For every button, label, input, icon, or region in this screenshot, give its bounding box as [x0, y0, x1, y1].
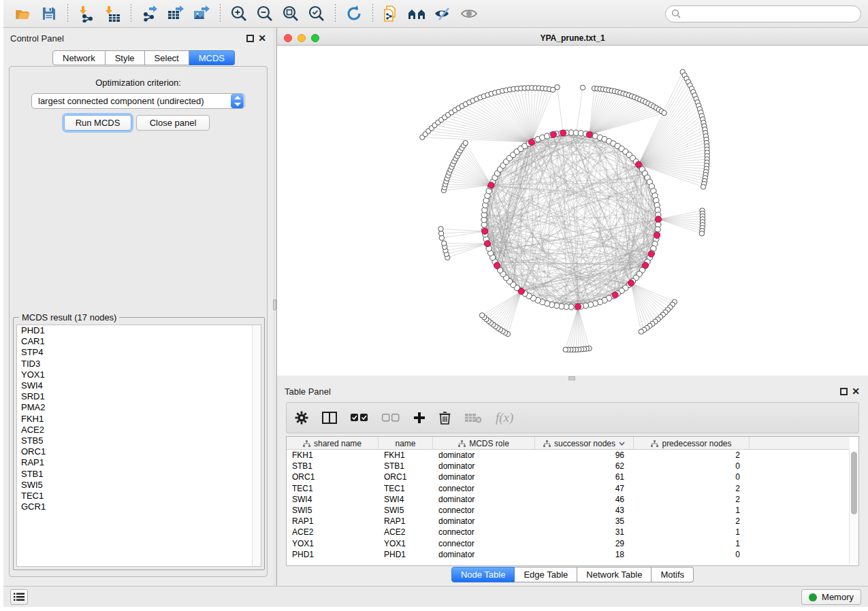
export-table-button[interactable]	[165, 3, 186, 24]
zoom-in-button[interactable]	[229, 3, 249, 24]
mcds-result-item[interactable]: ACE2	[17, 425, 261, 435]
mcds-result-item[interactable]: YOX1	[17, 369, 261, 380]
network-leaf-node[interactable]	[580, 85, 585, 90]
mcds-result-item[interactable]: PHD1	[17, 325, 261, 336]
table-row[interactable]: ORC1ORC1dominator610	[287, 472, 850, 482]
mcds-result-item[interactable]: SWI4	[17, 380, 261, 391]
mcds-hub-node[interactable]	[484, 241, 490, 247]
mcds-result-item[interactable]: RAP1	[17, 457, 261, 468]
network-leaf-node[interactable]	[563, 347, 568, 352]
mcds-result-item[interactable]: STB1	[17, 469, 261, 480]
horizontal-splitter-handle[interactable]	[568, 376, 575, 380]
save-session-button[interactable]	[39, 3, 59, 24]
table-row[interactable]: TEC1TEC1connector472	[287, 483, 850, 494]
create-column-button[interactable]	[413, 412, 425, 424]
tab-style[interactable]: Style	[106, 50, 145, 65]
delete-column-button[interactable]	[439, 411, 451, 425]
export-network-button[interactable]	[140, 3, 160, 24]
network-canvas[interactable]	[277, 46, 868, 376]
table-row[interactable]: PHD1PHD1dominator180	[287, 549, 850, 560]
new-network-from-selection-button[interactable]	[381, 3, 402, 24]
mcds-result-item[interactable]: PMA2	[17, 402, 261, 413]
close-panel-button[interactable]: Close panel	[136, 115, 210, 131]
import-network-button[interactable]	[76, 3, 97, 24]
table-row[interactable]: RAP1RAP1dominator352	[287, 516, 850, 527]
optimization-criterion-select[interactable]: largest connected component (undirected)	[31, 93, 245, 109]
mcds-result-item[interactable]: TEC1	[17, 491, 261, 501]
mcds-result-item[interactable]: FKH1	[17, 414, 261, 425]
network-leaf-node[interactable]	[662, 110, 666, 115]
network-leaf-node[interactable]	[701, 184, 705, 189]
zoom-out-button[interactable]	[255, 3, 275, 24]
table-scrollbar[interactable]	[849, 450, 858, 565]
mcds-result-item[interactable]: SRD1	[17, 391, 261, 402]
table-settings-button[interactable]	[295, 411, 308, 425]
mcds-hub-node[interactable]	[586, 131, 592, 137]
column-header-predecessor-nodes[interactable]: predecessor nodes	[634, 437, 750, 450]
tab-network-table[interactable]: Network Table	[577, 567, 652, 582]
import-table-button[interactable]	[102, 3, 123, 24]
table-row[interactable]: SWI5SWI5connector431	[287, 505, 850, 516]
refresh-button[interactable]	[344, 3, 364, 24]
mcds-hub-node[interactable]	[575, 303, 581, 310]
tab-network[interactable]: Network	[52, 50, 106, 65]
open-file-button[interactable]	[13, 3, 33, 24]
delete-table-button[interactable]	[464, 412, 482, 423]
function-builder-button[interactable]: f(x)	[496, 410, 513, 425]
show-all-button[interactable]	[459, 3, 479, 24]
network-leaf-node[interactable]	[479, 313, 484, 318]
mcds-result-list[interactable]: PHD1CAR1STP4TID3YOX1SWI4SRD1PMA2FKH1ACE2…	[16, 325, 261, 567]
tab-mcds[interactable]: MCDS	[189, 50, 235, 65]
mcds-hub-node[interactable]	[551, 131, 557, 137]
mcds-hub-node[interactable]	[612, 292, 618, 298]
mcds-hub-node[interactable]	[560, 130, 566, 136]
mcds-list-scrollbar[interactable]	[252, 325, 261, 566]
run-mcds-button[interactable]: Run MCDS	[64, 115, 131, 131]
float-panel-icon[interactable]	[840, 388, 848, 395]
memory-button[interactable]: Memory	[801, 589, 861, 605]
float-panel-icon[interactable]	[246, 35, 254, 42]
column-header-name[interactable]: name	[379, 437, 433, 450]
mcds-result-item[interactable]: ORC1	[17, 446, 261, 457]
mcds-result-item[interactable]: CAR1	[17, 336, 261, 347]
zoom-selected-button[interactable]	[306, 3, 327, 24]
export-image-button[interactable]	[191, 3, 212, 24]
mcds-hub-node[interactable]	[635, 161, 641, 167]
network-leaf-node[interactable]	[639, 329, 643, 334]
table-row[interactable]: SWI4SWI4dominator462	[287, 494, 850, 505]
mcds-hub-node[interactable]	[628, 280, 634, 286]
table-row[interactable]: FKH1FKH1dominator962	[287, 450, 850, 461]
close-panel-icon[interactable]: ✕	[852, 386, 860, 396]
network-window-titlebar[interactable]: YPA_prune.txt_1	[277, 31, 868, 46]
show-panel-list-button[interactable]	[10, 589, 28, 605]
tab-select[interactable]: Select	[145, 50, 189, 65]
mcds-hub-node[interactable]	[518, 288, 524, 295]
network-leaf-node[interactable]	[699, 231, 704, 236]
mcds-hub-node[interactable]	[648, 251, 654, 257]
mcds-hub-node[interactable]	[528, 139, 534, 146]
table-scrollbar-thumb[interactable]	[851, 452, 857, 514]
network-leaf-node[interactable]	[463, 140, 468, 145]
column-header-MCDS-role[interactable]: MCDS role	[433, 437, 535, 450]
mcds-result-item[interactable]: STB5	[17, 435, 261, 446]
table-row[interactable]: YOX1YOX1connector291	[287, 538, 850, 549]
mcds-hub-node[interactable]	[494, 263, 500, 269]
tab-edge-table[interactable]: Edge Table	[515, 567, 577, 582]
zoom-fit-button[interactable]	[280, 3, 301, 24]
mcds-result-item[interactable]: GCR1	[17, 501, 261, 512]
mcds-hub-node[interactable]	[656, 216, 662, 222]
table-row[interactable]: ACE2ACE2connector311	[287, 527, 850, 538]
mcds-hub-node[interactable]	[654, 232, 660, 238]
column-header-successor-nodes[interactable]: successor nodes	[535, 437, 634, 450]
network-leaf-node[interactable]	[438, 227, 443, 231]
network-leaf-node[interactable]	[555, 84, 560, 89]
tab-node-table[interactable]: Node Table	[451, 567, 515, 582]
column-header-shared-name[interactable]: shared name	[287, 437, 379, 450]
network-leaf-node[interactable]	[442, 241, 447, 246]
first-neighbors-button[interactable]	[407, 3, 428, 24]
tab-motifs[interactable]: Motifs	[652, 567, 694, 582]
mcds-result-item[interactable]: SWI5	[17, 480, 261, 491]
mcds-result-item[interactable]: TID3	[17, 359, 261, 369]
close-panel-icon[interactable]: ✕	[258, 33, 266, 43]
mcds-result-item[interactable]: STP4	[17, 347, 261, 358]
